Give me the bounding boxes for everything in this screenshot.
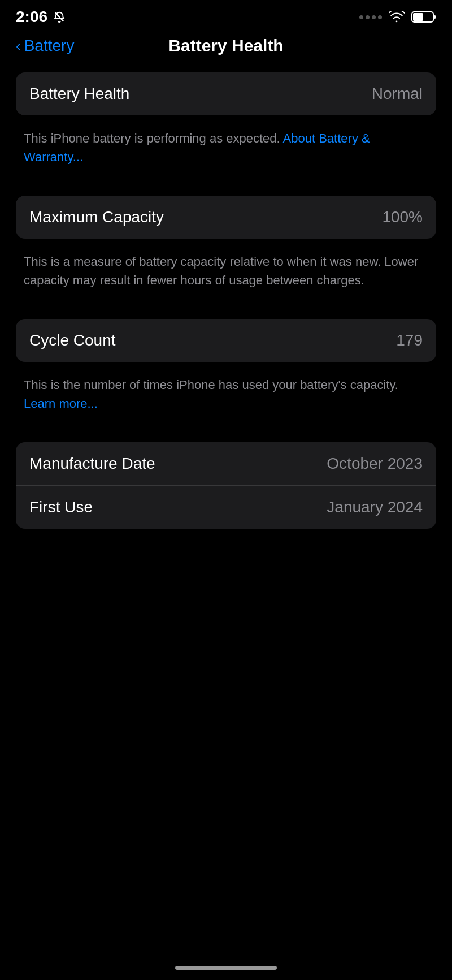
dates-section: Manufacture Date October 2023 First Use … (16, 442, 436, 529)
battery-health-label: Battery Health (29, 85, 129, 103)
first-use-row: First Use January 2024 (16, 485, 436, 529)
wifi-icon (389, 11, 405, 23)
status-bar: 2:06 (0, 0, 452, 31)
back-button[interactable]: ‹ Battery (16, 37, 74, 55)
maximum-capacity-section: Maximum Capacity 100% This is a measure … (16, 196, 436, 302)
cycle-count-description: This is the number of times iPhone has u… (16, 368, 436, 425)
home-indicator (175, 966, 277, 970)
battery-health-desc-text: This iPhone battery is performing as exp… (24, 131, 280, 145)
page-title: Battery Health (168, 36, 283, 55)
cycle-count-card: Cycle Count 179 (16, 319, 436, 362)
cycle-count-value: 179 (396, 331, 423, 349)
status-right-icons (359, 11, 436, 23)
cycle-count-row: Cycle Count 179 (16, 319, 436, 362)
first-use-value: January 2024 (327, 498, 423, 516)
bell-mute-icon (53, 11, 66, 23)
maximum-capacity-description: This is a measure of battery capacity re… (16, 244, 436, 302)
time-display: 2:06 (16, 8, 47, 26)
manufacture-date-row: Manufacture Date October 2023 (16, 442, 436, 485)
cycle-count-label: Cycle Count (29, 331, 116, 349)
back-chevron-icon: ‹ (16, 37, 21, 55)
battery-health-section: Battery Health Normal This iPhone batter… (16, 72, 436, 179)
svg-rect-2 (413, 13, 423, 21)
battery-health-value: Normal (372, 85, 423, 103)
battery-health-card: Battery Health Normal (16, 72, 436, 115)
maximum-capacity-row: Maximum Capacity 100% (16, 196, 436, 239)
cycle-count-learn-more-link[interactable]: Learn more... (24, 396, 98, 411)
maximum-capacity-card: Maximum Capacity 100% (16, 196, 436, 239)
status-time: 2:06 (16, 8, 66, 26)
dates-card: Manufacture Date October 2023 First Use … (16, 442, 436, 529)
cycle-count-desc-text: This is the number of times iPhone has u… (24, 378, 398, 392)
first-use-label: First Use (29, 498, 93, 516)
maximum-capacity-label: Maximum Capacity (29, 208, 164, 226)
battery-health-row: Battery Health Normal (16, 72, 436, 115)
cycle-count-section: Cycle Count 179 This is the number of ti… (16, 319, 436, 425)
main-content: Battery Health Normal This iPhone batter… (0, 67, 452, 529)
battery-health-description: This iPhone battery is performing as exp… (16, 121, 436, 179)
battery-icon (411, 11, 436, 23)
nav-header: ‹ Battery Battery Health (0, 31, 452, 67)
back-label: Battery (24, 37, 75, 55)
manufacture-date-label: Manufacture Date (29, 455, 155, 473)
signal-icon (359, 15, 382, 19)
maximum-capacity-value: 100% (382, 208, 423, 226)
manufacture-date-value: October 2023 (327, 455, 423, 473)
maximum-capacity-desc-text: This is a measure of battery capacity re… (24, 254, 418, 287)
